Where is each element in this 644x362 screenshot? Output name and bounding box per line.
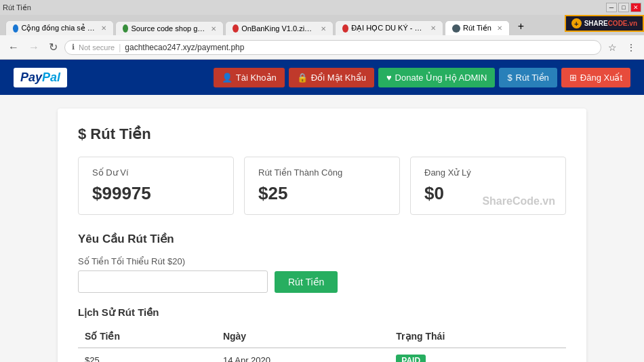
tab4-close[interactable]: ✕	[430, 24, 436, 32]
tab5-close[interactable]: ✕	[497, 24, 502, 32]
processing-label: Đang Xử Lý	[424, 167, 552, 178]
browser-toolbar: ← → ↻ ℹ Not secure | gachthecao247.xyz/p…	[0, 35, 644, 60]
withdraw-icon: $	[507, 73, 512, 83]
tab3-icon	[233, 24, 239, 33]
withdraw-success-card: Rút Tiền Thành Công $25	[244, 157, 400, 215]
account-label: Tài Khoản	[236, 73, 277, 83]
sharecode-logo: + SHARECODE.vn	[565, 15, 644, 32]
account-btn[interactable]: 👤 Tài Khoản	[214, 68, 285, 87]
forward-btn[interactable]: →	[26, 40, 42, 55]
form-section-title: Yêu Cầu Rút Tiền	[78, 232, 566, 246]
tab-1[interactable]: Cộng đồng chia sẻ và downlo... ✕	[5, 20, 114, 35]
tab5-icon	[452, 24, 460, 33]
withdraw-form: Số Tiền Tối Thiểu Rút $20) Rút Tiền	[78, 256, 566, 293]
url-text: gachthecao247.xyz/payment.php	[125, 43, 244, 52]
tab-3[interactable]: OnBanKing V1.0.zip - Fshare ✕	[225, 21, 334, 35]
separator: |	[119, 43, 121, 52]
donate-btn[interactable]: ♥ Donate Ủng Hộ ADMIN	[378, 68, 496, 87]
amount-label: Số Tiền Tối Thiểu Rút $20)	[78, 256, 566, 266]
history-section: Lịch Sử Rút Tiền Số Tiền Ngày Trạng Thái…	[78, 306, 566, 362]
content-card: $ Rút Tiền Số Dư Ví $99975 Rút Tiền Thàn…	[58, 108, 586, 362]
wallet-balance-card: Số Dư Ví $99975	[78, 157, 234, 215]
password-icon: 🔒	[297, 73, 308, 83]
withdraw-success-label: Rút Tiền Thành Công	[258, 167, 386, 178]
reload-btn[interactable]: ↻	[46, 39, 60, 55]
password-label: Đổi Mật Khẩu	[311, 73, 366, 83]
tab2-close[interactable]: ✕	[211, 25, 216, 33]
sharecode-add-btn[interactable]: +	[571, 18, 582, 28]
security-label: Not secure	[79, 43, 115, 52]
history-table: Số Tiền Ngày Trạng Thái $25 14 Apr 2020 …	[78, 325, 566, 362]
row-status: PAID	[389, 348, 566, 362]
nav-buttons: 👤 Tài Khoản 🔒 Đổi Mật Khẩu ♥ Donate Ủng …	[214, 68, 630, 87]
browser-window: Rút Tiền ─ □ ✕ Cộng đồng chia sẻ và down…	[0, 0, 644, 362]
address-bar[interactable]: ℹ Not secure | gachthecao247.xyz/payment…	[64, 40, 601, 55]
withdraw-nav-btn[interactable]: $ Rút Tiền	[499, 68, 557, 87]
tab2-label: Source code shop game thích...	[131, 24, 205, 33]
tab-4[interactable]: ĐẠI HỌC DU KÝ - Kiếp Na... ✕	[335, 20, 443, 35]
account-icon: 👤	[222, 73, 233, 83]
amount-input[interactable]	[78, 270, 268, 293]
table-row: $25 14 Apr 2020 PAID	[78, 348, 566, 362]
back-btn[interactable]: ←	[5, 40, 22, 55]
table-body: $25 14 Apr 2020 PAID	[78, 348, 566, 362]
window-title: Rút Tiền	[3, 3, 31, 12]
wallet-balance-label: Số Dư Ví	[92, 167, 220, 178]
stats-row: Số Dư Ví $99975 Rút Tiền Thành Công $25 …	[78, 157, 566, 215]
processing-value: $0	[424, 183, 552, 204]
tab1-icon	[13, 24, 18, 33]
minimize-btn[interactable]: ─	[606, 3, 617, 12]
window-controls: ─ □ ✕	[606, 3, 641, 12]
tab1-label: Cộng đồng chia sẻ và downlo...	[21, 24, 96, 33]
main-content: $ Rút Tiền Số Dư Ví $99975 Rút Tiền Thàn…	[0, 95, 644, 362]
paypal-nav: PayPal 👤 Tài Khoản 🔒 Đổi Mật Khẩu ♥ Dona…	[0, 60, 644, 95]
tab-5[interactable]: Rút Tiền ✕	[445, 20, 510, 35]
submit-btn[interactable]: Rút Tiền	[275, 271, 338, 293]
close-btn[interactable]: ✕	[630, 3, 641, 12]
tab1-close[interactable]: ✕	[101, 24, 106, 32]
logout-icon: ⊞	[569, 73, 577, 83]
col-status: Trạng Thái	[389, 325, 566, 348]
form-row: Rút Tiền	[78, 270, 566, 293]
row-amount: $25	[78, 348, 216, 362]
row-date: 14 Apr 2020	[216, 348, 389, 362]
table-header: Số Tiền Ngày Trạng Thái	[78, 325, 566, 348]
wallet-balance-value: $99975	[92, 183, 220, 204]
bookmark-btn[interactable]: ☆	[605, 41, 620, 54]
sharecode-text: SHARECODE.vn	[584, 20, 637, 27]
donate-icon: ♥	[386, 73, 392, 83]
paypal-logo: PayPal	[14, 68, 67, 87]
history-title: Lịch Sử Rút Tiền	[78, 306, 566, 319]
menu-btn[interactable]: ⋮	[624, 41, 639, 54]
logout-label: Đăng Xuất	[580, 73, 622, 83]
processing-card: Đang Xử Lý $0 ShareCode.vn	[410, 157, 566, 215]
col-date: Ngày	[216, 325, 389, 348]
tab4-label: ĐẠI HỌC DU KÝ - Kiếp Na...	[351, 24, 425, 33]
donate-label: Donate Ủng Hộ ADMIN	[395, 73, 487, 83]
status-badge: PAID	[396, 355, 426, 362]
tab-bar: Cộng đồng chia sẻ và downlo... ✕ Source …	[0, 15, 644, 35]
tab4-icon	[342, 24, 348, 33]
title-bar: Rút Tiền ─ □ ✕	[0, 0, 644, 15]
tab5-label: Rút Tiền	[463, 24, 491, 33]
withdraw-success-value: $25	[258, 183, 386, 204]
tab-2[interactable]: Source code shop game thích... ✕	[115, 21, 224, 35]
security-icon: ℹ	[72, 43, 75, 52]
col-amount: Số Tiền	[78, 325, 216, 348]
logout-btn[interactable]: ⊞ Đăng Xuất	[561, 68, 630, 87]
tab2-icon	[123, 24, 128, 33]
new-tab-btn[interactable]: +	[511, 18, 531, 35]
tab3-close[interactable]: ✕	[321, 25, 326, 33]
tab3-label: OnBanKing V1.0.zip - Fshare	[241, 24, 315, 33]
withdraw-nav-label: Rút Tiền	[516, 73, 549, 83]
password-btn[interactable]: 🔒 Đổi Mật Khẩu	[289, 68, 374, 87]
page-title: $ Rút Tiền	[78, 125, 566, 143]
maximize-btn[interactable]: □	[618, 3, 629, 12]
